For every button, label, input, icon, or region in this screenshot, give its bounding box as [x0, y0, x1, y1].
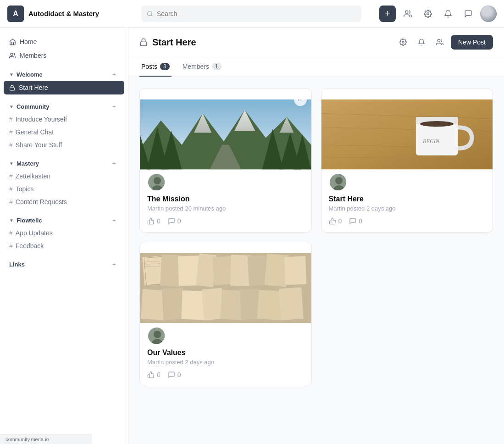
post-body: The Mission Martin posted 20 minutes ago… — [140, 191, 311, 232]
search-bar[interactable] — [141, 6, 361, 22]
sidebar-item-members[interactable]: Members — [0, 49, 128, 62]
sidebar-group-welcome: ▼ Welcome + Start Here — [0, 66, 128, 94]
post-body: Our Values Martin posted 2 days ago 0 — [140, 345, 311, 386]
post-card-start-here[interactable]: BEGIN. Start Here Martin — [321, 88, 493, 233]
sidebar: Home Members ▼ Welcome + Start Here — [0, 28, 128, 444]
sidebar-channel-zettelkasten[interactable]: # Zettelkasten — [0, 170, 128, 183]
brand-avatar: A — [7, 6, 24, 22]
author-avatar-image — [330, 174, 347, 191]
lock-icon — [9, 85, 15, 91]
channel-members-button[interactable] — [432, 35, 447, 50]
post-meta-sep: posted — [166, 205, 185, 212]
hash-icon: # — [9, 128, 13, 136]
gear-icon — [399, 39, 407, 46]
chat-nav-button[interactable] — [460, 6, 476, 22]
author-avatar-image — [148, 327, 166, 345]
hash-icon: # — [9, 185, 13, 193]
post-card-the-mission[interactable]: ··· The Mission Martin po — [139, 88, 312, 233]
sidebar-channel-topics[interactable]: # Topics — [0, 183, 128, 195]
sidebar-add-flowtelic-button[interactable]: + — [110, 216, 119, 225]
post-title: Start Here — [329, 195, 486, 203]
sidebar-item-label: Home — [20, 38, 37, 45]
channel-settings-button[interactable] — [396, 35, 410, 50]
hash-icon: # — [9, 116, 13, 123]
tab-members-badge: 1 — [212, 63, 222, 70]
members-icon — [436, 39, 443, 46]
post-comment-action[interactable]: 0 — [168, 371, 181, 378]
post-author: Martin — [147, 359, 164, 366]
post-card-our-values[interactable]: Our Values Martin posted 2 days ago 0 — [139, 242, 312, 386]
topnav: A Autodidact & Mastery + — [0, 0, 504, 28]
new-post-button[interactable]: + — [379, 6, 396, 22]
sidebar-group-header-mastery: ▼ Mastery + — [0, 155, 128, 170]
tab-members[interactable]: Members 1 — [181, 57, 223, 77]
sidebar-group-title-community[interactable]: ▼ Community — [9, 103, 49, 110]
sidebar-links-label: Links — [9, 261, 25, 268]
sidebar-channel-app-updates[interactable]: # App Updates — [0, 227, 128, 239]
status-bar: community.meda.io — [0, 434, 92, 444]
post-like-action[interactable]: 0 — [329, 217, 342, 225]
channel-name: Start Here — [152, 37, 196, 48]
sidebar-group-title-mastery[interactable]: ▼ Mastery — [9, 160, 39, 167]
sidebar-group-flowtelic: ▼ Flowtelic + # App Updates # Feedback — [0, 212, 128, 252]
bell-icon — [418, 39, 425, 46]
sidebar-channel-feedback[interactable]: # Feedback — [0, 239, 128, 252]
post-actions: 0 0 — [147, 371, 304, 378]
members-nav-button[interactable] — [399, 6, 416, 22]
hash-icon: # — [9, 172, 13, 180]
sidebar-group-title-flowtelic[interactable]: ▼ Flowtelic — [9, 217, 42, 224]
post-like-action[interactable]: 0 — [147, 217, 161, 225]
post-author-avatar — [147, 327, 166, 345]
user-avatar[interactable] — [480, 6, 497, 22]
tabs: Posts 3 Members 1 — [128, 57, 504, 77]
topnav-actions: + — [379, 6, 497, 22]
new-post-button[interactable]: New Post — [451, 35, 493, 50]
sidebar-nav-section: Home Members — [0, 35, 128, 62]
svg-rect-23 — [321, 100, 493, 169]
post-author: Martin — [329, 205, 345, 212]
sidebar-channel-general-chat[interactable]: # General Chat — [0, 126, 128, 139]
home-icon — [9, 39, 16, 45]
svg-text:BEGIN.: BEGIN. — [423, 138, 441, 144]
sidebar-group-header-community: ▼ Community + — [0, 98, 128, 113]
post-comment-action[interactable]: 0 — [168, 217, 181, 225]
post-title: The Mission — [147, 195, 304, 203]
post-more-button[interactable]: ··· — [294, 93, 307, 106]
sidebar-channel-share-your-stuff[interactable]: # Share Your Stuff — [0, 139, 128, 151]
author-avatar-image — [148, 174, 166, 191]
sidebar-channel-label: App Updates — [16, 229, 53, 237]
post-author-avatar — [147, 173, 166, 191]
post-comment-action[interactable]: 0 — [349, 217, 362, 225]
post-meta-sep: posted — [166, 359, 185, 366]
sidebar-add-mastery-button[interactable]: + — [110, 159, 119, 168]
thumbs-up-icon — [147, 217, 155, 225]
sidebar-add-community-button[interactable]: + — [110, 102, 119, 111]
svg-point-21 — [154, 177, 161, 184]
sidebar-add-links-button[interactable]: + — [110, 260, 119, 269]
post-meta: Martin posted 20 minutes ago — [147, 205, 304, 212]
sidebar-add-welcome-button[interactable]: + — [110, 70, 119, 79]
search-input[interactable] — [157, 10, 356, 17]
tab-posts[interactable]: Posts 3 — [139, 57, 172, 77]
channel-title: Start Here — [139, 37, 196, 48]
post-image-mountain — [140, 89, 311, 180]
post-like-action[interactable]: 0 — [147, 371, 161, 378]
post-image-books — [140, 242, 311, 334]
sidebar-item-home[interactable]: Home — [0, 35, 128, 49]
sidebar-group-label: Flowtelic — [17, 217, 42, 224]
svg-rect-47 — [162, 288, 184, 320]
sidebar-channel-introduce-yourself[interactable]: # Introduce Yourself — [0, 113, 128, 126]
svg-rect-50 — [220, 289, 244, 320]
sidebar-item-start-here[interactable]: Start Here — [4, 81, 124, 94]
sidebar-group-header-flowtelic: ▼ Flowtelic + — [0, 212, 128, 227]
svg-point-30 — [420, 121, 453, 127]
sidebar-group-title-welcome[interactable]: ▼ Welcome — [9, 71, 43, 78]
notifications-nav-button[interactable] — [440, 6, 456, 22]
sidebar-group-header-welcome: ▼ Welcome + — [0, 66, 128, 81]
settings-nav-button[interactable] — [420, 6, 436, 22]
channel-notifications-button[interactable] — [414, 35, 429, 50]
svg-rect-4 — [10, 87, 15, 90]
sidebar-channel-content-requests[interactable]: # Content Requests — [0, 195, 128, 208]
svg-point-1 — [405, 11, 408, 13]
tab-posts-badge: 3 — [160, 63, 170, 70]
